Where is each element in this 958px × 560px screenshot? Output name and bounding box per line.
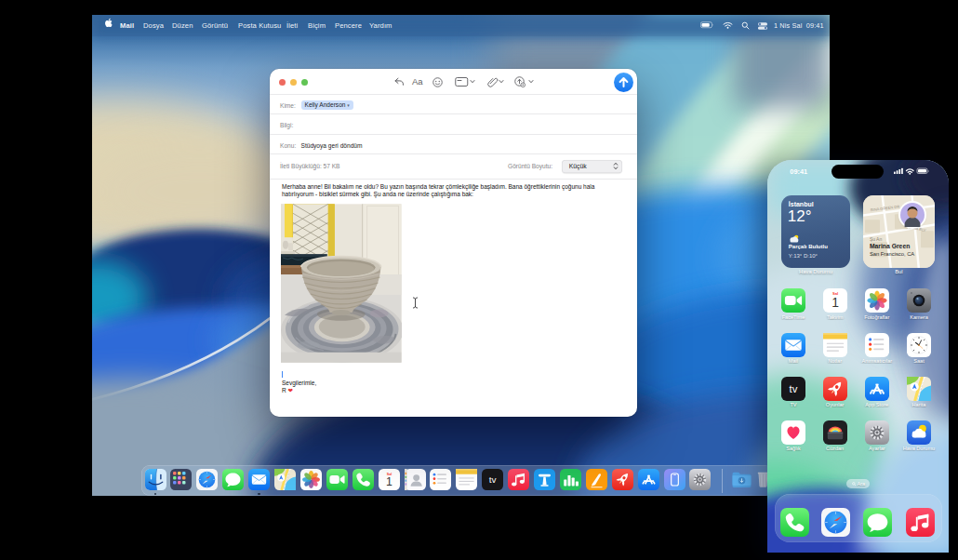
svg-text:tv: tv bbox=[489, 474, 497, 485]
svg-text:1: 1 bbox=[386, 475, 393, 488]
svg-text:1: 1 bbox=[832, 295, 839, 310]
svg-text:tv: tv bbox=[790, 383, 798, 394]
